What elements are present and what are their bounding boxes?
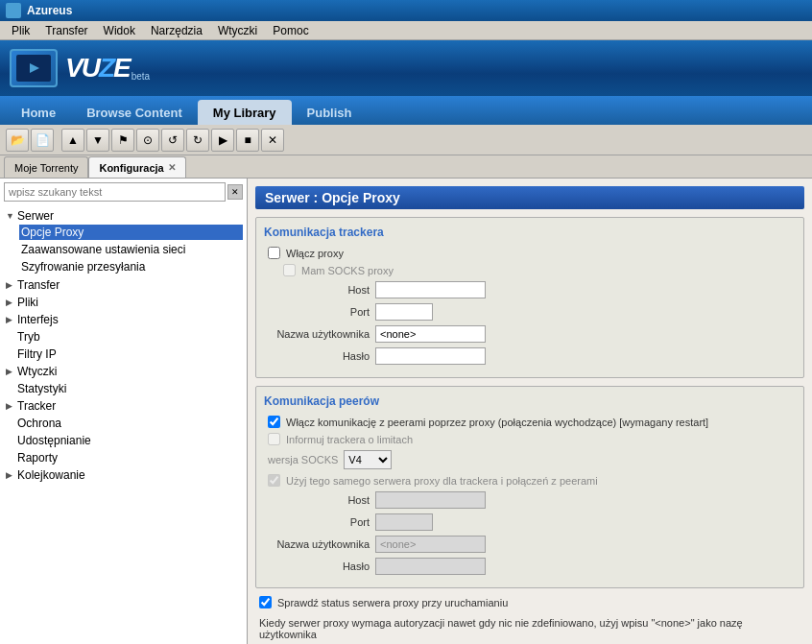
tree-item-kolejkowanie: ▶ Kolejkowanie xyxy=(4,466,243,484)
port-row-2: Port xyxy=(264,513,796,531)
menu-item-widok[interactable]: Widok xyxy=(96,22,143,39)
check-startup-label: Sprawdź status serwera proxy przy urucha… xyxy=(277,597,508,608)
tree-item-tracker-row[interactable]: ▶ Tracker xyxy=(4,398,243,414)
tree-item-raporty-row[interactable]: Raporty xyxy=(4,450,243,465)
tab-home[interactable]: Home xyxy=(6,100,71,125)
enable-proxy-checkbox[interactable] xyxy=(268,247,280,259)
menu-item-plik[interactable]: Plik xyxy=(4,22,37,39)
flag-button[interactable]: ⚑ xyxy=(111,129,134,152)
socks-version-select[interactable]: V4 V4a V5 xyxy=(344,450,392,469)
loop2-button[interactable]: ↻ xyxy=(186,129,209,152)
username-input-1[interactable] xyxy=(375,325,486,343)
info-text: Kiedy serwer proxy wymaga autoryzacji na… xyxy=(255,613,804,644)
play-button[interactable]: ▶ xyxy=(211,129,234,152)
check-startup-checkbox[interactable] xyxy=(259,596,272,608)
menu-item-transfer[interactable]: Transfer xyxy=(37,22,95,39)
logo: VUZE beta xyxy=(10,49,150,87)
tree-item-udostepnianie-row[interactable]: Udostępnianie xyxy=(4,433,243,448)
inform-tracker-label: Informuj trackera o limitach xyxy=(286,434,413,445)
tab-my-torrents[interactable]: Moje Torrenty xyxy=(4,156,88,178)
tree-item-zaawansowane-row[interactable]: Zaawansowane ustawienia sieci xyxy=(19,242,243,257)
tree-label-raporty: Raporty xyxy=(17,451,58,465)
same-proxy-checkbox[interactable] xyxy=(268,474,280,487)
tree-label-statystyki: Statystyki xyxy=(17,382,66,395)
port-label-1: Port xyxy=(264,306,370,318)
tree-item-wtyczki-row[interactable]: ▶ Wtyczki xyxy=(4,364,243,379)
tree-item-interfejs: ▶ Interfejs xyxy=(4,311,243,328)
tree-label-filtry-ip: Filtry IP xyxy=(17,347,57,361)
network-button[interactable]: ⊙ xyxy=(136,129,159,152)
app-title: Azureus xyxy=(27,4,72,17)
tab-konfiguracja[interactable]: Konfiguracja ✕ xyxy=(88,156,185,178)
open-folder-button[interactable]: 📂 xyxy=(6,129,29,152)
port-label-2: Port xyxy=(264,516,370,528)
tree-item-opcje-proxy-row[interactable]: Opcje Proxy xyxy=(19,225,243,240)
tab-browse-content[interactable]: Browse Content xyxy=(71,100,198,125)
host-label-2: Host xyxy=(264,494,370,506)
tree-item-szyfrowanie-row[interactable]: Szyfrowanie przesyłania xyxy=(19,259,243,274)
menu-item-pomoc[interactable]: Pomoc xyxy=(265,22,316,39)
tree-label-wtyczki: Wtyczki xyxy=(17,365,57,378)
port-input-2[interactable] xyxy=(375,513,433,531)
tree-item-ochrona-row[interactable]: Ochrona xyxy=(4,416,243,431)
download-button[interactable]: ▼ xyxy=(86,129,109,152)
tab-my-library[interactable]: My Library xyxy=(198,100,292,125)
tree-label-interfejs: Interfejs xyxy=(17,313,59,326)
password-input-1[interactable] xyxy=(375,347,486,365)
menu-item-wtyczki[interactable]: Wtyczki xyxy=(210,22,265,39)
host-label-1: Host xyxy=(264,284,370,296)
loop-button[interactable]: ↺ xyxy=(161,129,184,152)
tree-item-serwer-row[interactable]: ▼ Serwer xyxy=(4,208,243,224)
new-doc-button[interactable]: 📄 xyxy=(31,129,54,152)
enable-proxy-label: Włącz proxy xyxy=(286,248,344,259)
socks-version-row: wersja SOCKS V4 V4a V5 xyxy=(264,450,796,469)
enable-peer-checkbox[interactable] xyxy=(268,416,280,428)
tree-item-statystyki-row[interactable]: Statystyki xyxy=(4,381,243,396)
stop-button[interactable]: ■ xyxy=(236,129,259,152)
menu-item-narzędzia[interactable]: Narzędzia xyxy=(143,22,210,39)
tree-label-zaawansowane: Zaawansowane ustawienia sieci xyxy=(21,243,185,256)
username-label-2: Nazwa użytkownika xyxy=(264,538,370,550)
password-input-2[interactable] xyxy=(375,558,486,575)
host-input-2[interactable] xyxy=(375,491,486,509)
brand-bar: VUZE beta xyxy=(0,40,812,96)
tree-label-serwer: Serwer xyxy=(17,209,54,223)
tree-item-zaawansowane: Zaawansowane ustawienia sieci xyxy=(19,241,243,258)
tree-item-serwer: ▼ Serwer Opcje Proxy Zaawansowane ustawi… xyxy=(4,207,243,276)
search-clear-button[interactable]: ✕ xyxy=(227,184,243,200)
search-row: ✕ xyxy=(4,182,243,202)
tree-item-tryb-row[interactable]: Tryb xyxy=(4,329,243,345)
host-input-1[interactable] xyxy=(375,281,486,298)
tree-label-kolejkowanie: Kolejkowanie xyxy=(17,468,85,482)
same-proxy-row: Użyj tego samego serwera proxy dla track… xyxy=(264,474,796,487)
tab-konfiguracja-close[interactable]: ✕ xyxy=(168,162,176,173)
upload-button[interactable]: ▲ xyxy=(61,129,84,152)
app-icon xyxy=(6,3,21,18)
port-input-1[interactable] xyxy=(375,303,433,321)
enable-peer-label: Włącz komunikację z peerami poprzez prox… xyxy=(286,417,708,428)
tree-item-opcje-proxy: Opcje Proxy xyxy=(19,224,243,241)
tree-item-interfejs-row[interactable]: ▶ Interfejs xyxy=(4,312,243,327)
search-input[interactable] xyxy=(4,182,226,202)
inform-tracker-row: Informuj trackera o limitach xyxy=(264,433,796,445)
tree-item-pliki-row[interactable]: ▶ Pliki xyxy=(4,295,243,310)
tree-arrow-kolejkowanie: ▶ xyxy=(6,470,15,480)
username-row-2: Nazwa użytkownika xyxy=(264,536,796,553)
tree-item-wtyczki: ▶ Wtyczki xyxy=(4,363,243,380)
tree-item-transfer-row[interactable]: ▶ Transfer xyxy=(4,277,243,293)
tree-item-tryb: Tryb xyxy=(4,328,243,346)
panel-title: Serwer : Opcje Proxy xyxy=(255,186,804,209)
socks-label: Mam SOCKS proxy xyxy=(301,265,394,276)
delete-button[interactable]: ✕ xyxy=(261,129,284,152)
sidebar: ✕ ▼ Serwer Opcje Proxy xyxy=(0,179,248,644)
tree-item-statystyki: Statystyki xyxy=(4,380,243,397)
tree-item-filtry-ip-row[interactable]: Filtry IP xyxy=(4,346,243,362)
section-peers-title: Komunikacja peerów xyxy=(264,394,796,408)
tab-publish[interactable]: Publish xyxy=(292,100,368,125)
username-input-2[interactable] xyxy=(375,536,486,553)
tree-item-filtry-ip: Filtry IP xyxy=(4,346,243,363)
socks-checkbox[interactable] xyxy=(283,264,296,276)
inform-tracker-checkbox[interactable] xyxy=(268,433,280,445)
password-label-2: Hasło xyxy=(264,561,370,572)
tree-item-kolejkowanie-row[interactable]: ▶ Kolejkowanie xyxy=(4,467,243,483)
